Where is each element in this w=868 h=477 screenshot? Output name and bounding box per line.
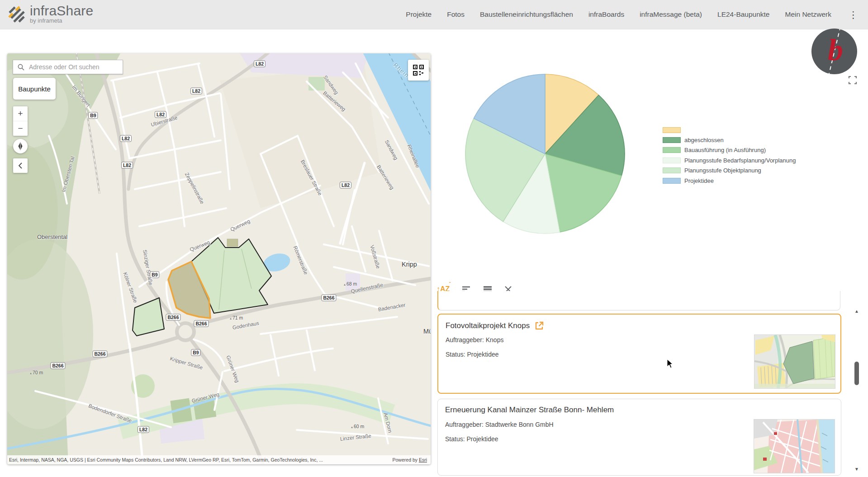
nav-item-baustelleneinrichtungsflaechen[interactable]: Baustelleneinrichtungsflächen bbox=[480, 10, 573, 19]
legend-item-5: Projektidee bbox=[663, 176, 796, 186]
map-search-box bbox=[13, 60, 123, 74]
project-card-erneuerung-kanal[interactable]: Erneuerung Kanal Mainzer Straße Bonn- Me… bbox=[437, 399, 841, 476]
search-input[interactable] bbox=[28, 63, 123, 71]
fullscreen-button[interactable] bbox=[848, 76, 857, 85]
qr-code-icon bbox=[413, 64, 424, 76]
top-navigation-bar: infraShare by inframeta Projekte Fotos B… bbox=[0, 0, 868, 29]
legend-item-2: Bauausführung (in Ausführung) bbox=[663, 145, 796, 155]
powered-by-esri: Powered by Esri bbox=[393, 457, 427, 463]
brand-logo[interactable]: infraShare by inframeta bbox=[6, 4, 93, 24]
collapse-panel-button[interactable] bbox=[13, 158, 28, 173]
legend-label: Bauausführung (in Ausführung) bbox=[684, 147, 766, 153]
legend-item-0 bbox=[663, 125, 796, 135]
nav-item-fotos[interactable]: Fotos bbox=[447, 10, 465, 19]
map-zoom-controls: + − bbox=[13, 106, 28, 136]
brand-byline: by inframeta bbox=[30, 17, 93, 24]
status-pie-chart bbox=[465, 73, 626, 234]
nav-item-inframessage[interactable]: infraMessage (beta) bbox=[640, 10, 702, 19]
legend-item-3: Planungsstufe Bedarfsplanung/Vorplanung bbox=[663, 155, 796, 165]
brand-name: infraShare bbox=[30, 4, 93, 18]
legend-swatch bbox=[663, 157, 681, 163]
pie-chart-legend: abgeschlossenBauausführung (in Ausführun… bbox=[663, 125, 796, 186]
esri-link[interactable]: Esri bbox=[419, 457, 427, 463]
map-panel: OberstentalIm Obersten TalIm BungertUbie… bbox=[7, 53, 431, 464]
chevron-left-icon bbox=[18, 162, 23, 169]
card-client: Auftraggeber: Knops bbox=[446, 336, 503, 343]
search-icon bbox=[18, 64, 24, 71]
map-attribution: Esri, Intermap, NASA, NGA, USGS | Esri C… bbox=[7, 455, 431, 464]
map-canvas[interactable] bbox=[7, 53, 431, 464]
open-external-icon[interactable] bbox=[534, 321, 544, 331]
compass-button[interactable] bbox=[13, 139, 28, 153]
nav-item-infraboards[interactable]: infraBoards bbox=[588, 10, 624, 19]
list-item-partial[interactable] bbox=[437, 291, 840, 310]
qr-code-button[interactable] bbox=[408, 60, 429, 81]
legend-item-4: Planungsstufe Objektplanung bbox=[663, 166, 796, 176]
app-screen: infraShare by inframeta Projekte Fotos B… bbox=[0, 0, 868, 477]
legend-label: abgeschlossen bbox=[684, 137, 724, 143]
baupunkte-layer-button[interactable]: Baupunkte bbox=[13, 78, 56, 100]
legend-label: Planungsstufe Objektplanung bbox=[684, 167, 761, 174]
zoom-out-button[interactable]: − bbox=[13, 121, 28, 136]
legend-item-1: abgeschlossen bbox=[663, 135, 796, 145]
nav-item-projekte[interactable]: Projekte bbox=[406, 10, 432, 19]
scroll-up-icon[interactable]: ▲ bbox=[854, 309, 859, 314]
card-status: Status: Projektidee bbox=[445, 435, 498, 443]
card-status: Status: Projektidee bbox=[446, 351, 499, 358]
card-map-thumbnail bbox=[754, 419, 835, 473]
user-avatar[interactable]: b bbox=[811, 29, 857, 74]
card-map-thumbnail bbox=[754, 334, 835, 389]
legend-swatch bbox=[663, 147, 681, 153]
legend-swatch bbox=[663, 178, 681, 184]
main-nav: Projekte Fotos Baustelleneinrichtungsflä… bbox=[406, 0, 860, 29]
card-title: Erneuerung Kanal Mainzer Straße Bonn- Me… bbox=[445, 405, 614, 415]
nav-item-le24-baupunkte[interactable]: LE24-Baupunkte bbox=[717, 10, 769, 19]
zoom-in-button[interactable]: + bbox=[13, 106, 28, 121]
kebab-menu-icon[interactable]: ⋮ bbox=[847, 10, 860, 19]
scroll-down-icon[interactable]: ▼ bbox=[854, 467, 859, 472]
legend-swatch bbox=[663, 127, 681, 133]
project-card-fotovoltaikprojekt-knops[interactable]: Fotovoltaikprojekt Knops Auftraggeber: K… bbox=[437, 314, 841, 394]
scrollbar-thumb[interactable] bbox=[854, 362, 859, 385]
attribution-text: Esri, Intermap, NASA, NGA, USGS | Esri C… bbox=[9, 457, 387, 463]
fullscreen-icon bbox=[848, 76, 857, 85]
infrashare-logo-icon bbox=[6, 4, 26, 24]
legend-label: Planungsstufe Bedarfsplanung/Vorplanung bbox=[684, 157, 796, 164]
nav-item-mein-netzwerk[interactable]: Mein Netzwerk bbox=[785, 10, 832, 19]
avatar-letter: b bbox=[828, 32, 843, 68]
card-client: Auftraggeber: Stadtwerke Bonn GmbH bbox=[445, 421, 554, 428]
legend-swatch bbox=[663, 137, 681, 143]
legend-swatch bbox=[663, 167, 681, 173]
card-title: Fotovoltaikprojekt Knops bbox=[446, 321, 544, 331]
legend-label: Projektidee bbox=[684, 177, 714, 184]
compass-needle-icon bbox=[15, 141, 25, 151]
